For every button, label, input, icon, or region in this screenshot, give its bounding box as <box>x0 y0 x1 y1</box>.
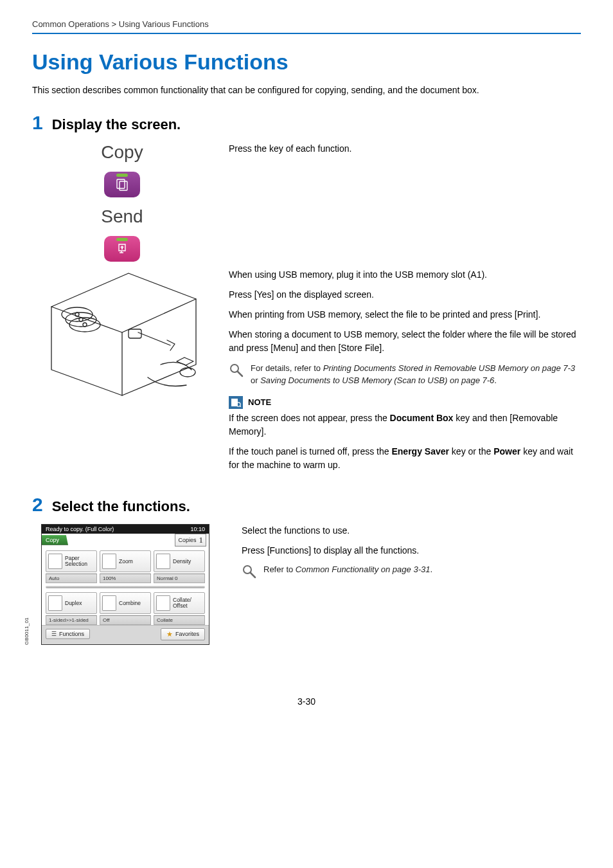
touch-panel-illustration: Ready to copy. (Full Color) 10:10 Copy C… <box>41 524 209 645</box>
svg-rect-0 <box>117 179 125 188</box>
tile-zoom: Zoom <box>100 550 151 572</box>
svg-rect-1 <box>120 181 127 190</box>
panel-time: 10:10 <box>190 526 205 532</box>
status-density: Normal 0 <box>154 574 205 583</box>
step-2-heading: 2 Select the functions. <box>32 495 581 515</box>
magnifier-icon <box>229 363 244 378</box>
copy-key-icon <box>104 172 140 197</box>
copies-box: Copies 1 <box>175 534 206 547</box>
tile-collate: Collate/ Offset <box>154 592 205 614</box>
function-key-illustration: Copy Send <box>101 142 143 262</box>
panel-status: Ready to copy. (Full Color) <box>46 526 114 532</box>
intro-text: This section describes common functional… <box>32 85 581 95</box>
press-yes-text: Press [Yes] on the displayed screen. <box>229 288 581 302</box>
step-2-title: Select the functions. <box>52 498 190 515</box>
status-zoom: 100% <box>100 574 151 583</box>
status-collate: Collate <box>154 615 205 625</box>
svg-point-4 <box>69 318 100 332</box>
send-label: Send <box>101 206 143 227</box>
svg-line-16 <box>251 573 255 577</box>
svg-line-14 <box>240 406 241 407</box>
step1-reference: For details, refer to Printing Documents… <box>251 363 581 387</box>
step1-press-key: Press the key of each function. <box>229 142 581 156</box>
step-2-number: 2 <box>32 495 43 514</box>
svg-rect-8 <box>129 329 141 338</box>
status-combine: Off <box>100 615 151 625</box>
tile-combine: Combine <box>100 592 151 614</box>
status-paper: Auto <box>46 574 97 583</box>
step-1-heading: 1 Display the screen. <box>32 113 581 133</box>
press-functions-text: Press [Functions] to display all the fun… <box>242 544 581 557</box>
panel-side-label: GB0011_01 <box>24 617 30 645</box>
magnifier-icon <box>242 564 257 579</box>
step-1-number: 1 <box>32 113 43 132</box>
tile-density: Density <box>154 550 205 572</box>
favorites-pill: ★ Favorites <box>161 628 205 640</box>
step-1-title: Display the screen. <box>52 116 181 133</box>
tile-paper-selection: Paper Selection <box>46 550 97 572</box>
breadcrumb: Common Operations > Using Various Functi… <box>32 19 581 29</box>
send-key-icon <box>104 236 140 262</box>
usb-store-text: When storing a document to USB memory, s… <box>229 328 581 355</box>
star-icon: ★ <box>166 630 173 638</box>
svg-line-11 <box>238 372 242 376</box>
step2-reference: Refer to Common Functionality on page 3-… <box>263 564 432 576</box>
functions-pill: ☰ Functions <box>46 629 90 639</box>
svg-point-9 <box>180 368 195 377</box>
note-body: If the screen does not appear, press the… <box>229 411 581 472</box>
device-usb-illustration <box>39 268 206 397</box>
svg-point-3 <box>66 312 96 327</box>
tile-duplex: Duplex <box>46 592 97 614</box>
note-label: NOTE <box>248 396 271 409</box>
panel-divider <box>46 586 205 588</box>
note-icon <box>229 396 243 409</box>
select-functions-text: Select the functions to use. <box>242 524 581 538</box>
panel-copy-tab: Copy <box>42 535 68 545</box>
list-icon: ☰ <box>51 631 57 637</box>
svg-point-2 <box>62 307 93 321</box>
copy-label: Copy <box>101 142 143 163</box>
page-title: Using Various Functions <box>32 50 581 75</box>
status-duplex: 1-sided>>1-sided <box>46 615 97 625</box>
usb-print-text: When printing from USB memory, select th… <box>229 308 581 321</box>
usb-plug-text: When using USB memory, plug it into the … <box>229 268 581 282</box>
header-rule <box>32 33 581 34</box>
page-number: 3-30 <box>32 696 581 707</box>
